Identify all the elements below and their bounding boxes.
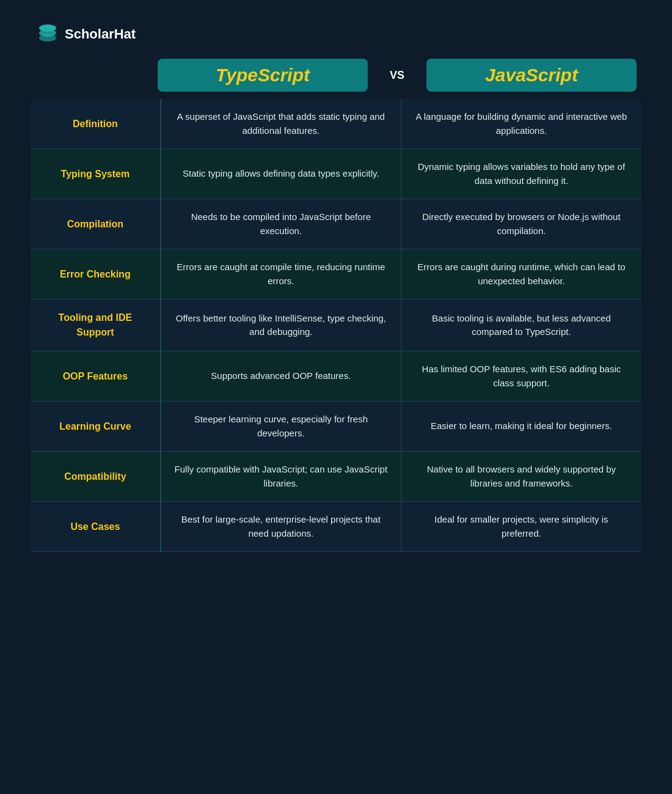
javascript-typing: Dynamic typing allows variables to hold … [401, 149, 641, 199]
brand-name: ScholarHat [65, 26, 136, 42]
label-definition: Definition [31, 99, 161, 149]
label-tooling: Tooling and IDE Support [31, 300, 161, 351]
svg-point-2 [39, 34, 56, 42]
table-row-learning: Learning CurveSteeper learning curve, es… [31, 402, 641, 452]
typescript-typing: Static typing allows defining data types… [161, 149, 401, 199]
javascript-tooling: Basic tooling is available, but less adv… [401, 300, 641, 351]
table-row-error: Error CheckingErrors are caught at compi… [31, 249, 641, 300]
javascript-oop: Has limited OOP features, with ES6 addin… [401, 351, 641, 402]
javascript-compilation: Directly executed by browsers or Node.js… [401, 199, 641, 249]
label-compatibility: Compatibility [31, 452, 161, 502]
typescript-error: Errors are caught at compile time, reduc… [161, 249, 401, 300]
typescript-definition: A superset of JavaScript that adds stati… [161, 99, 401, 149]
typescript-compatibility: Fully compatible with JavaScript; can us… [161, 452, 401, 502]
typescript-oop: Supports advanced OOP features. [161, 351, 401, 402]
column-headers: TypeScript VS JavaScript [31, 59, 641, 99]
typescript-label: TypeScript [216, 65, 310, 85]
table-row-oop: OOP FeaturesSupports advanced OOP featur… [31, 351, 641, 402]
typescript-usecases: Best for large-scale, enterprise-level p… [161, 502, 401, 552]
label-oop: OOP Features [31, 351, 161, 402]
table-row-tooling: Tooling and IDE SupportOffers better too… [31, 300, 641, 351]
table-row-compatibility: CompatibilityFully compatible with JavaS… [31, 452, 641, 502]
label-compilation: Compilation [31, 199, 161, 249]
table-row-compilation: CompilationNeeds to be compiled into Jav… [31, 199, 641, 249]
javascript-usecases: Ideal for smaller projects, were simplic… [401, 502, 641, 552]
typescript-header: TypeScript [158, 59, 368, 92]
main-container: ScholarHat TypeScript VS JavaScript Defi… [31, 12, 641, 552]
javascript-learning: Easier to learn, making it ideal for beg… [401, 402, 641, 452]
label-usecases: Use Cases [31, 502, 161, 552]
typescript-compilation: Needs to be compiled into JavaScript bef… [161, 199, 401, 249]
table-row-definition: DefinitionA superset of JavaScript that … [31, 99, 641, 149]
typescript-learning: Steeper learning curve, especially for f… [161, 402, 401, 452]
vs-label: VS [373, 69, 422, 82]
comparison-table: DefinitionA superset of JavaScript that … [31, 99, 641, 552]
javascript-compatibility: Native to all browsers and widely suppor… [401, 452, 641, 502]
typescript-tooling: Offers better tooling like IntelliSense,… [161, 300, 401, 351]
javascript-header: JavaScript [426, 59, 637, 92]
table-row-usecases: Use CasesBest for large-scale, enterpris… [31, 502, 641, 552]
table-row-typing: Typing SystemStatic typing allows defini… [31, 149, 641, 199]
header: ScholarHat [31, 12, 641, 59]
javascript-error: Errors are caught during runtime, which … [401, 249, 641, 300]
logo-icon [37, 22, 59, 46]
label-typing: Typing System [31, 149, 161, 199]
javascript-definition: A language for building dynamic and inte… [401, 99, 641, 149]
javascript-label: JavaScript [485, 65, 578, 85]
label-error: Error Checking [31, 249, 161, 300]
label-learning: Learning Curve [31, 402, 161, 452]
